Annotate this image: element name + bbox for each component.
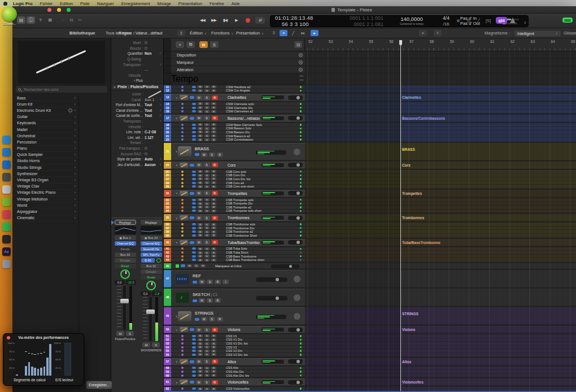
dock-icon-jdownloader[interactable] <box>2 198 11 206</box>
disclosure-icon[interactable]: ∨ <box>176 216 178 220</box>
record-enable-button[interactable]: R <box>211 85 216 88</box>
plugin-slot[interactable]: Channel EQ <box>141 241 162 246</box>
record-enable-button[interactable]: R <box>211 177 216 180</box>
mute-button[interactable]: M <box>198 89 203 92</box>
region-lane[interactable] <box>305 367 576 371</box>
score-icon[interactable]: [S] <box>485 18 492 24</box>
track-on-icon[interactable] <box>195 318 199 321</box>
track-header[interactable]: MSRCSB Bass Trombonne short <box>171 258 305 262</box>
track-header[interactable]: MSRCSB Cors solo <box>171 170 305 174</box>
checkbox[interactable] <box>145 147 147 150</box>
track-on-icon[interactable] <box>195 153 199 156</box>
track-row-45[interactable]: 45MSRMarqueur et infos <box>164 263 576 269</box>
solo-button[interactable]: S <box>204 342 210 345</box>
track-on-icon[interactable] <box>192 210 196 212</box>
track-on-icon[interactable] <box>192 374 196 377</box>
track-header[interactable]: ∨MSRVioloncelles <box>171 378 305 386</box>
track-on-icon[interactable] <box>190 216 194 219</box>
playhead[interactable] <box>400 40 401 392</box>
mute-button[interactable]: M <box>196 95 202 100</box>
pan-knob[interactable] <box>293 294 301 302</box>
track-header[interactable]: MSRCSW Basson Div. <box>171 130 305 134</box>
record-enable-button[interactable]: R <box>211 210 216 212</box>
fader-cap[interactable] <box>120 299 129 303</box>
mute-button[interactable]: M <box>187 264 192 267</box>
track-on-icon[interactable] <box>192 110 196 112</box>
track-on-icon[interactable] <box>193 281 197 284</box>
send-button[interactable]: B 65 <box>141 258 155 263</box>
region-lane[interactable] <box>305 210 576 214</box>
solo-button[interactable]: S <box>204 170 210 173</box>
region-lane[interactable] <box>305 346 576 350</box>
track-row-31[interactable]: 31MSRCSB Trompette solo <box>164 198 576 202</box>
stepper-icon[interactable]: ⇳ <box>159 114 162 117</box>
controls-button[interactable]: ‖‖ <box>67 16 76 24</box>
track-row-15[interactable]: 15MSRCSW Clarinette Div. <box>164 106 576 110</box>
plugin-slot[interactable]: Seventh He <box>141 247 162 251</box>
region-lane[interactable] <box>305 342 576 346</box>
menu-item-aide[interactable]: Aide <box>232 1 240 6</box>
global-track-header[interactable]: Disposition+ <box>171 51 305 59</box>
mute-button[interactable]: M <box>198 177 203 180</box>
inspector-button[interactable]: ⓘ <box>27 16 35 24</box>
secondary-tool-button[interactable]: + <box>434 30 442 36</box>
record-enable-button[interactable]: R <box>211 251 216 254</box>
record-enable-button[interactable]: R <box>211 89 216 92</box>
region-lane[interactable] <box>305 206 576 210</box>
dock-icon-trash[interactable] <box>2 260 11 268</box>
track-header[interactable]: MSRCSW Cor Anglais <box>171 89 305 93</box>
solo-button[interactable]: S <box>204 185 210 188</box>
region-lane[interactable]: Violoncelles <box>305 378 576 386</box>
track-on-icon[interactable] <box>190 328 194 331</box>
track-on-icon[interactable] <box>192 259 196 261</box>
library-item-electronic-drum-kit[interactable]: Electronic Drum Kit↓› <box>12 107 78 114</box>
region-row[interactable]: Boucle : <box>111 46 163 51</box>
global-track-header[interactable]: Altération+ <box>171 66 305 73</box>
track-on-icon[interactable] <box>192 342 196 345</box>
track-row-22[interactable]: 22MSRCSW Contrebasson <box>164 138 576 142</box>
track-param-row[interactable]: Port d'entrée M...Tout⇳ <box>111 102 163 108</box>
record-enable-button[interactable]: R <box>211 342 216 345</box>
record-enable-button[interactable]: R <box>211 106 216 109</box>
pan-slider[interactable] <box>288 95 303 100</box>
track-header[interactable]: ∨MSRTrombonnes <box>171 214 305 221</box>
track-row-26[interactable]: 26MSRCSB Cors Div. <box>164 174 576 178</box>
track-row-42[interactable]: 42MSRCSB Tuba Short <box>164 251 576 255</box>
solo-button[interactable]: S <box>204 210 210 212</box>
mute-button[interactable]: M <box>198 202 203 205</box>
dock-icon-after-effects[interactable]: Ae <box>2 247 11 256</box>
mute-button[interactable]: M <box>198 123 203 126</box>
track-row-13[interactable]: 13∨MSRClarinettesClarinettes <box>164 94 576 101</box>
solo-button[interactable]: S <box>204 206 210 208</box>
region-row[interactable]: QuantifierNon⇳ <box>111 51 163 56</box>
region-lane[interactable]: Trompettes <box>305 190 576 197</box>
region-lane[interactable] <box>305 202 576 206</box>
region-lane[interactable]: Tuba/BassTrombonne <box>305 239 576 246</box>
pan-slider[interactable] <box>288 328 303 332</box>
track-header[interactable]: MSRCSS Alto Div. bis <box>171 374 305 378</box>
solo-button[interactable]: S <box>204 95 210 100</box>
solo-button[interactable]: S <box>152 342 160 347</box>
solo-button[interactable]: S <box>204 370 210 373</box>
region-lane[interactable] <box>305 223 576 227</box>
track-row-59[interactable]: 59MSRCSS Alto Div. <box>164 370 576 374</box>
pan-knob[interactable] <box>293 312 301 320</box>
desktop-icon-jdownloader[interactable]: JDown... <box>1 7 19 25</box>
region-lane[interactable] <box>305 110 576 114</box>
checkbox[interactable] <box>145 153 147 155</box>
track-row-11[interactable]: 11MSRCSW Hautbois a2 <box>164 85 576 89</box>
track-header[interactable]: SKETCH | C1MSR <box>171 289 305 306</box>
track-on-icon[interactable] <box>192 171 196 173</box>
disclosure-icon[interactable]: ∨ <box>176 116 178 120</box>
track-row-62[interactable]: 62MSRCSS Violoncelles <box>164 387 576 391</box>
menu-item-fichier[interactable]: Fichier <box>40 1 53 6</box>
output-bus-button[interactable]: Bus 33 <box>115 252 136 257</box>
region-lane[interactable] <box>305 255 576 259</box>
solo-button[interactable]: S <box>204 353 210 356</box>
track-header[interactable]: MSRMarqueur et infos <box>171 263 305 269</box>
track-row-35[interactable]: 35∨MSRTrombonnesTrombonnes <box>164 214 576 221</box>
region-lane[interactable] <box>305 270 576 288</box>
solo-button[interactable]: S <box>204 163 210 167</box>
solo-button[interactable]: S <box>204 227 210 229</box>
tuner-button[interactable]: ◌ <box>59 16 67 24</box>
